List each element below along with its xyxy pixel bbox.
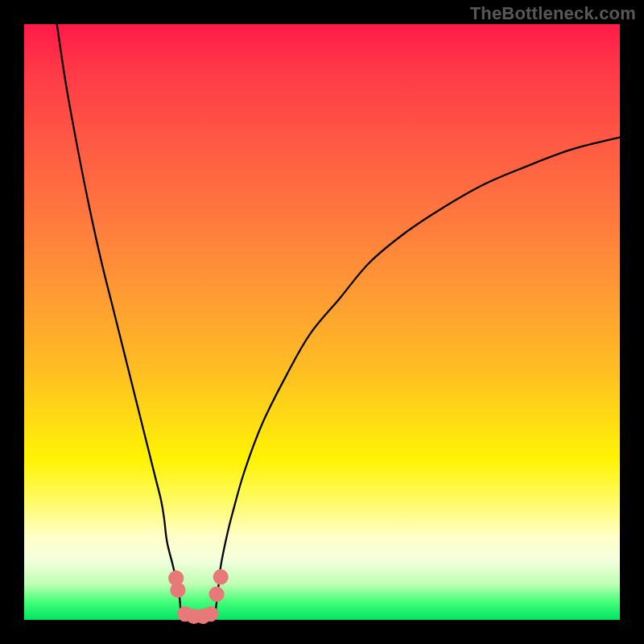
watermark-text: TheBottleneck.com <box>470 3 636 24</box>
curve-left-branch <box>57 24 181 617</box>
marker-dot <box>208 587 224 602</box>
curve-right-branch <box>215 138 620 617</box>
marker-dot <box>213 569 229 584</box>
marker-dots <box>168 569 229 624</box>
marker-dot <box>170 582 185 597</box>
bottleneck-curve <box>24 24 620 620</box>
plot-area <box>24 24 620 620</box>
marker-dot <box>203 606 218 621</box>
chart-frame: TheBottleneck.com <box>0 0 644 644</box>
